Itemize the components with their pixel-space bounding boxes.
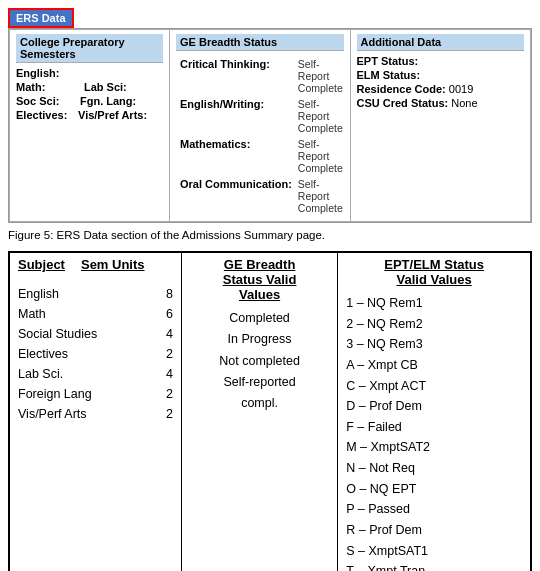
ge-critical-value: Self-ReportComplete: [296, 57, 345, 95]
ers-header: ERS Data: [8, 8, 74, 28]
english-subject: English: [18, 284, 59, 304]
ept-val-N: N – Not Req: [346, 458, 522, 479]
col2: GE Breadth Status Valid Values Completed…: [181, 253, 337, 572]
main-row: Subject Sem Units English 8 Math 6 Socia…: [10, 253, 531, 572]
row-electives: Electives 2: [18, 344, 173, 364]
ept-elm-header: EPT/ELM Status Valid Values: [346, 257, 522, 287]
col1-header: Subject Sem Units: [18, 257, 173, 278]
csu-row: CSU Cred Status: None: [357, 97, 525, 109]
cp-fgnlang-label: Fgn. Lang:: [80, 95, 140, 107]
visperf-units: 2: [166, 404, 173, 424]
ept-val-F: F – Failed: [346, 417, 522, 438]
ge-val-compl: compl.: [190, 393, 329, 414]
cp-row-socsci: Soc Sci: Fgn. Lang:: [16, 95, 163, 107]
foreignlang-units: 2: [166, 384, 173, 404]
ept-val-C: C – Xmpt ACT: [346, 376, 522, 397]
ge-row-critical: Critical Thinking: Self-ReportComplete: [178, 57, 345, 95]
cp-labsci-label: Lab Sci:: [84, 81, 144, 93]
foreignlang-subject: Foreign Lang: [18, 384, 92, 404]
ept-val-A: A – Xmpt CB: [346, 355, 522, 376]
ge-val-inprogress: In Progress: [190, 329, 329, 350]
row-foreignlang: Foreign Lang 2: [18, 384, 173, 404]
electives-subject: Electives: [18, 344, 68, 364]
row-social-studies: Social Studies 4: [18, 324, 173, 344]
ept-val-S: S – XmptSAT1: [346, 541, 522, 562]
ge-breadth-main-header: GE Breadth Status Valid Values: [190, 257, 329, 302]
ge-val-notcompleted: Not completed: [190, 351, 329, 372]
ge-oral-label: Oral Communication:: [178, 177, 294, 215]
cp-visarts-label: Vis/Pref Arts:: [78, 109, 147, 121]
ge-english-value: Self-ReportComplete: [296, 97, 345, 135]
csu-value: None: [451, 97, 477, 109]
ge-oral-value: Self-ReportComplete: [296, 177, 345, 215]
ept-valid-list: 1 – NQ Rem1 2 – NQ Rem2 3 – NQ Rem3 A – …: [346, 293, 522, 571]
labsci-units: 4: [166, 364, 173, 384]
ge-row-math: Mathematics: Self-ReportComplete: [178, 137, 345, 175]
ge-header-line1: GE Breadth: [224, 257, 296, 272]
additional-col: Additional Data EPT Status: ELM Status: …: [351, 30, 531, 221]
ge-breadth-table: Critical Thinking: Self-ReportComplete E…: [176, 55, 347, 217]
additional-title: Additional Data: [357, 34, 525, 51]
col1: Subject Sem Units English 8 Math 6 Socia…: [10, 253, 182, 572]
subject-header: Subject: [18, 257, 65, 272]
social-studies-subject: Social Studies: [18, 324, 97, 344]
cp-math-label: Math:: [16, 81, 76, 93]
ept-header-line1: EPT/ELM Status: [384, 257, 484, 272]
english-units: 8: [166, 284, 173, 304]
elm-row: ELM Status:: [357, 69, 525, 81]
ept-val-T: T – Xmpt Tran: [346, 561, 522, 571]
sem-units-header: Sem Units: [81, 257, 145, 272]
ers-body: College Preparatory Semesters English: M…: [9, 29, 531, 222]
main-table-wrapper: Subject Sem Units English 8 Math 6 Socia…: [8, 251, 532, 571]
residence-value: 0019: [449, 83, 473, 95]
ge-math-label: Mathematics:: [178, 137, 294, 175]
row-math: Math 6: [18, 304, 173, 324]
ge-valid-list: Completed In Progress Not completed Self…: [190, 308, 329, 414]
visperf-subject: Vis/Perf Arts: [18, 404, 87, 424]
ge-critical-label: Critical Thinking:: [178, 57, 294, 95]
labsci-subject: Lab Sci.: [18, 364, 63, 384]
electives-units: 2: [166, 344, 173, 364]
math-subject: Math: [18, 304, 46, 324]
ge-val-completed: Completed: [190, 308, 329, 329]
ept-header-line2: Valid Values: [397, 272, 472, 287]
ge-header-line3: Values: [239, 287, 280, 302]
ge-math-value: Self-ReportComplete: [296, 137, 345, 175]
ept-val-1: 1 – NQ Rem1: [346, 293, 522, 314]
cp-row-english: English:: [16, 67, 163, 79]
cp-electives-label: Electives:: [16, 109, 76, 121]
ept-label: EPT Status:: [357, 55, 419, 67]
residence-label: Residence Code:: [357, 83, 449, 95]
ept-val-3: 3 – NQ Rem3: [346, 334, 522, 355]
cp-english-label: English:: [16, 67, 76, 79]
csu-label: CSU Cred Status:: [357, 97, 452, 109]
main-table: Subject Sem Units English 8 Math 6 Socia…: [9, 252, 531, 571]
row-labsci: Lab Sci. 4: [18, 364, 173, 384]
cp-row-electives: Electives: Vis/Pref Arts:: [16, 109, 163, 121]
ge-val-selfreported: Self-reported: [190, 372, 329, 393]
ept-val-M: M – XmptSAT2: [346, 437, 522, 458]
math-units: 6: [166, 304, 173, 324]
elm-label: ELM Status:: [357, 69, 421, 81]
ge-row-english: English/Writing: Self-ReportComplete: [178, 97, 345, 135]
ge-breadth-col: GE Breadth Status Critical Thinking: Sel…: [170, 30, 351, 221]
ge-breadth-title: GE Breadth Status: [176, 34, 344, 51]
row-visperf: Vis/Perf Arts 2: [18, 404, 173, 424]
ge-row-oral: Oral Communication: Self-ReportComplete: [178, 177, 345, 215]
ge-english-label: English/Writing:: [178, 97, 294, 135]
col3: EPT/ELM Status Valid Values 1 – NQ Rem1 …: [338, 253, 531, 572]
ge-header-line2: Status Valid: [223, 272, 297, 287]
cp-socsci-label: Soc Sci:: [16, 95, 76, 107]
ept-val-O: O – NQ EPT: [346, 479, 522, 500]
residence-row: Residence Code: 0019: [357, 83, 525, 95]
ept-val-P: P – Passed: [346, 499, 522, 520]
ers-outer: College Preparatory Semesters English: M…: [8, 28, 532, 223]
cp-row-math: Math: Lab Sci:: [16, 81, 163, 93]
college-prep-col: College Preparatory Semesters English: M…: [10, 30, 170, 221]
row-english: English 8: [18, 284, 173, 304]
ept-val-R: R – Prof Dem: [346, 520, 522, 541]
college-prep-title: College Preparatory Semesters: [16, 34, 163, 63]
figure-caption: Figure 5: ERS Data section of the Admiss…: [8, 229, 532, 241]
ept-val-2: 2 – NQ Rem2: [346, 314, 522, 335]
social-studies-units: 4: [166, 324, 173, 344]
